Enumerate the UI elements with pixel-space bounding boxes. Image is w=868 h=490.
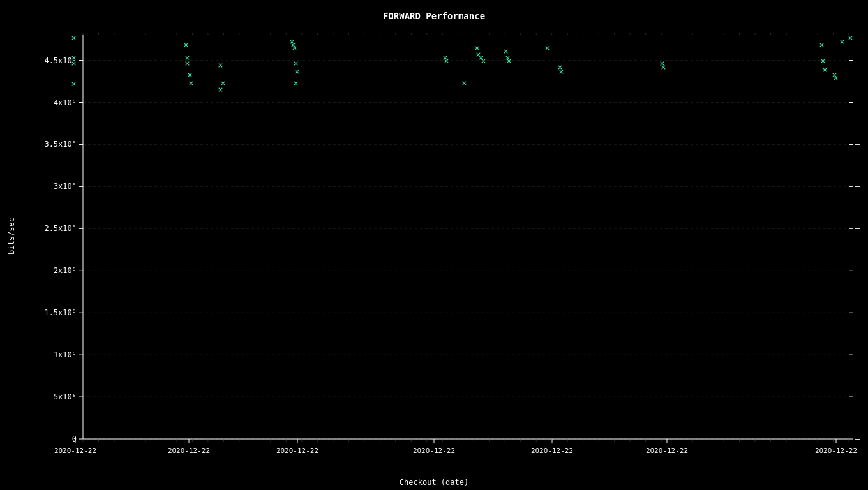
svg-text:×: × [183, 40, 188, 50]
svg-text:2020-12-22: 2020-12-22 [815, 447, 857, 455]
svg-text:2020-12-22: 2020-12-22 [276, 447, 318, 455]
svg-text:2x10⁹: 2x10⁹ [54, 266, 77, 275]
svg-text:—: — [855, 308, 860, 317]
svg-text:×: × [71, 78, 76, 89]
svg-text:×: × [506, 56, 511, 66]
svg-text:—: — [855, 266, 860, 275]
svg-text:1.5x10⁹: 1.5x10⁹ [44, 308, 77, 317]
svg-text:×: × [188, 78, 193, 88]
chart-container: FORWARD Performance bits/sec 4.5x10⁹—4x1… [0, 0, 868, 490]
svg-text:3x10⁹: 3x10⁹ [54, 182, 77, 191]
svg-text:—: — [855, 140, 860, 149]
svg-text:×: × [544, 43, 550, 53]
svg-text:5x10⁸: 5x10⁸ [54, 392, 77, 401]
svg-text:×: × [822, 64, 827, 75]
svg-text:2020-12-22: 2020-12-22 [168, 447, 210, 455]
svg-text:2020-12-22: 2020-12-22 [54, 447, 96, 455]
svg-text:×: × [839, 36, 844, 47]
svg-text:—: — [855, 56, 860, 65]
svg-text:×: × [461, 78, 467, 88]
svg-text:—: — [855, 98, 860, 107]
svg-text:×: × [558, 66, 564, 77]
svg-text:3.5x10⁹: 3.5x10⁹ [44, 140, 77, 149]
svg-text:×: × [184, 58, 190, 68]
svg-text:×: × [833, 73, 838, 83]
svg-text:2020-12-22: 2020-12-22 [646, 447, 688, 455]
svg-text:×: × [661, 62, 666, 72]
svg-text:×: × [294, 66, 299, 77]
svg-text:×: × [218, 60, 223, 70]
svg-text:1x10⁹: 1x10⁹ [54, 350, 77, 359]
svg-text:×: × [220, 78, 225, 88]
x-axis-label: Checkout (date) [0, 478, 868, 487]
svg-text:0: 0 [72, 434, 77, 443]
svg-text:—: — [855, 434, 860, 443]
svg-text:×: × [71, 58, 76, 68]
svg-text:×: × [292, 43, 297, 53]
svg-text:×: × [293, 78, 298, 88]
svg-text:—: — [855, 392, 860, 401]
svg-text:×: × [819, 40, 824, 50]
svg-text:—: — [855, 182, 860, 191]
svg-text:2020-12-22: 2020-12-22 [531, 447, 573, 455]
svg-text:×: × [444, 56, 449, 66]
svg-text:2020-12-22: 2020-12-22 [413, 447, 455, 455]
svg-text:×: × [848, 33, 853, 43]
svg-text:×: × [481, 56, 486, 66]
svg-text:4x10⁹: 4x10⁹ [54, 98, 77, 107]
svg-text:—: — [855, 350, 860, 359]
svg-text:×: × [71, 33, 76, 43]
svg-text:2.5x10⁹: 2.5x10⁹ [44, 224, 77, 233]
svg-text:—: — [855, 224, 860, 233]
chart-svg: 4.5x10⁹—4x10⁹—3.5x10⁹—3x10⁹—2.5x10⁹—2x10… [0, 0, 868, 490]
